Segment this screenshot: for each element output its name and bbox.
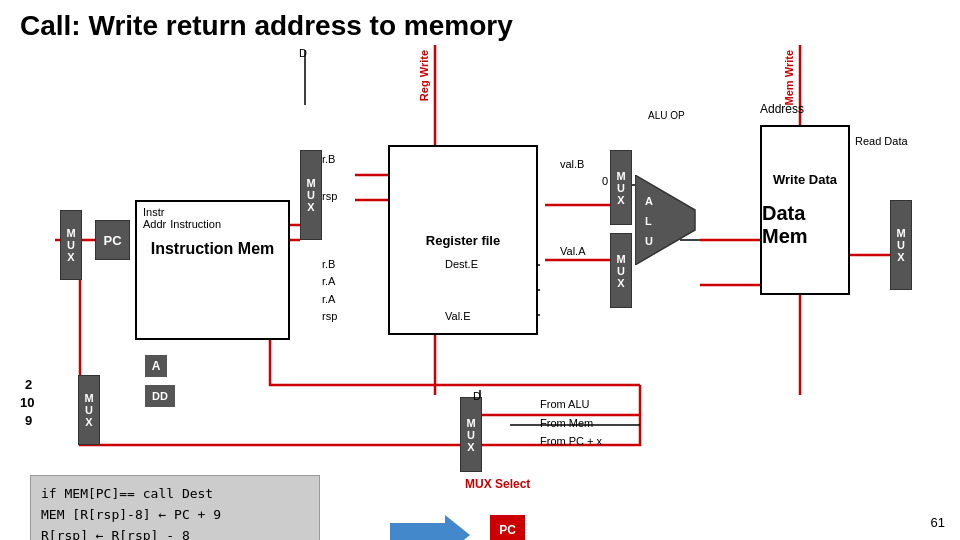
blue-arrow (390, 515, 470, 540)
a-label: A (145, 355, 167, 377)
port-ra-top: r.A (322, 275, 335, 287)
svg-text:A: A (645, 195, 653, 207)
alu-shape: A L U (635, 175, 705, 265)
stage-pc: PC (490, 515, 525, 540)
port-rsp-top: rsp (322, 190, 337, 202)
port-rb-top: r.B (322, 153, 335, 165)
mux-vala: M U X (610, 233, 632, 308)
port-deste: Dest.E (445, 258, 478, 270)
from-alu-label: From ALU (540, 398, 590, 410)
code-line1: if MEM[PC]== call Dest (41, 484, 309, 505)
code-line3: R[rsp] ← R[rsp] - 8 (41, 526, 309, 540)
mux-select-label: MUX Select (465, 477, 530, 491)
data-mem-label-write: Write Data (773, 172, 837, 187)
svg-marker-27 (635, 175, 695, 265)
pc-box: PC (95, 220, 130, 260)
code-box: if MEM[PC]== call Dest MEM [R[rsp]-8] ← … (30, 475, 320, 540)
dd-label: DD (145, 385, 175, 407)
instr-mem-title: Instruction Mem (143, 240, 282, 258)
port-rsp-mid: rsp (322, 310, 337, 322)
address-label: Address (760, 102, 804, 116)
data-mem-title: Data Mem (762, 202, 848, 248)
instr-mem-box: Instr Addr Instruction Instruction Mem (135, 200, 290, 340)
data-mem-box: Write Data Data Mem (760, 125, 850, 295)
svg-text:U: U (645, 235, 653, 247)
mux-bottom-left: M U X (78, 375, 100, 445)
port-vale: Val.E (445, 310, 470, 322)
mux-decode-top: M U X (300, 150, 322, 240)
reg-file-label: Register file (426, 233, 500, 248)
instruction-label: Instruction (170, 218, 221, 230)
port-vala: Val.A (560, 245, 585, 257)
addr-label: Addr (143, 218, 166, 230)
d-label-top: D (299, 47, 307, 59)
reg-file-box: Register file (388, 145, 538, 335)
page-number: 61 (931, 515, 945, 530)
port-ra-mid: r.A (322, 293, 335, 305)
port-valb: val.B (560, 158, 584, 170)
read-data-label: Read Data (855, 135, 908, 147)
from-mem-label: From Mem (540, 417, 593, 429)
port-rb-mid: r.B (322, 258, 335, 270)
num-2: 2 (25, 377, 32, 392)
pc-mux: M U X (60, 210, 82, 280)
mem-write-label: Mem Write (783, 50, 795, 105)
diagram-area: D Reg Write Mem Write M U X PC Instr Add… (0, 45, 960, 540)
mux-valb: M U X (610, 150, 632, 225)
from-pc-x-label: From PC + x (540, 435, 602, 447)
instr-label: Instr (143, 206, 164, 218)
num-9: 9 (25, 413, 32, 428)
mux-final: M U X (890, 200, 912, 290)
num-10: 10 (20, 395, 34, 410)
pc-label: PC (103, 233, 121, 248)
code-line2: MEM [R[rsp]-8] ← PC + 9 (41, 505, 309, 526)
zero-label: 0 (602, 175, 608, 187)
d-label-bottom: D (473, 390, 481, 402)
reg-write-label: Reg Write (418, 50, 430, 101)
alu-op-label: ALU OP (648, 110, 685, 121)
svg-marker-31 (390, 515, 470, 540)
mux-bottom-center: M U X (460, 397, 482, 472)
svg-text:L: L (645, 215, 652, 227)
